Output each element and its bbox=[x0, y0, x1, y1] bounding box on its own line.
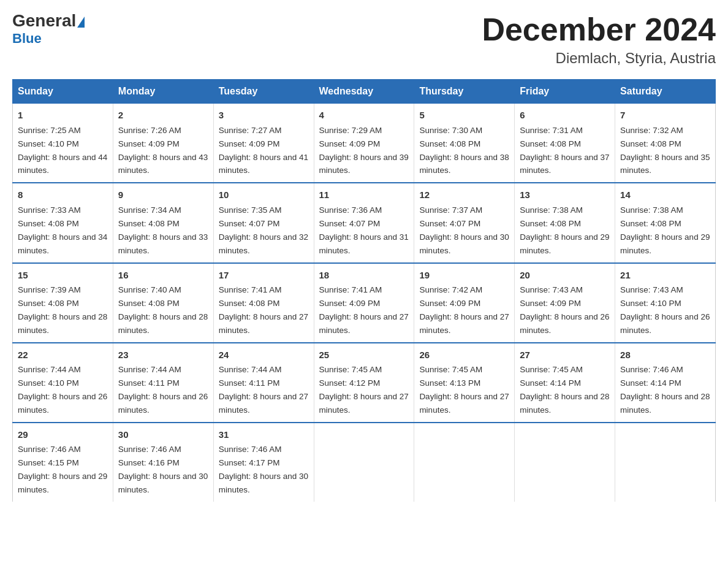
day-info: Sunrise: 7:46 AMSunset: 4:15 PMDaylight:… bbox=[18, 445, 107, 494]
calendar-week-row: 29 Sunrise: 7:46 AMSunset: 4:15 PMDaylig… bbox=[13, 423, 716, 502]
table-cell: 30 Sunrise: 7:46 AMSunset: 4:16 PMDaylig… bbox=[113, 423, 213, 502]
day-number: 19 bbox=[419, 269, 509, 283]
table-cell bbox=[414, 423, 515, 502]
calendar-week-row: 1 Sunrise: 7:25 AMSunset: 4:10 PMDayligh… bbox=[13, 104, 716, 183]
day-info: Sunrise: 7:41 AMSunset: 4:09 PMDaylight:… bbox=[319, 285, 409, 335]
table-cell: 27 Sunrise: 7:45 AMSunset: 4:14 PMDaylig… bbox=[515, 343, 615, 423]
table-cell: 19 Sunrise: 7:42 AMSunset: 4:09 PMDaylig… bbox=[414, 263, 515, 343]
day-number: 6 bbox=[520, 109, 610, 123]
title-block: December 2024 Diemlach, Styria, Austria bbox=[482, 12, 716, 67]
logo-triangle-icon bbox=[77, 17, 85, 28]
day-info: Sunrise: 7:36 AMSunset: 4:07 PMDaylight:… bbox=[319, 205, 409, 255]
table-cell bbox=[314, 423, 414, 502]
table-cell: 9 Sunrise: 7:34 AMSunset: 4:08 PMDayligh… bbox=[113, 183, 213, 262]
table-cell: 11 Sunrise: 7:36 AMSunset: 4:07 PMDaylig… bbox=[314, 183, 414, 262]
header-saturday: Saturday bbox=[615, 80, 716, 104]
day-info: Sunrise: 7:41 AMSunset: 4:08 PMDaylight:… bbox=[219, 285, 308, 335]
table-cell bbox=[515, 423, 615, 502]
table-cell: 16 Sunrise: 7:40 AMSunset: 4:08 PMDaylig… bbox=[113, 263, 213, 343]
day-info: Sunrise: 7:39 AMSunset: 4:08 PMDaylight:… bbox=[18, 285, 107, 335]
page-header: General Blue December 2024 Diemlach, Sty… bbox=[12, 12, 716, 67]
table-cell: 28 Sunrise: 7:46 AMSunset: 4:14 PMDaylig… bbox=[615, 343, 716, 423]
day-number: 24 bbox=[219, 348, 309, 362]
table-cell: 2 Sunrise: 7:26 AMSunset: 4:09 PMDayligh… bbox=[113, 104, 213, 183]
logo: General Blue bbox=[12, 12, 85, 47]
page-title: December 2024 bbox=[482, 12, 716, 47]
day-info: Sunrise: 7:25 AMSunset: 4:10 PMDaylight:… bbox=[18, 126, 107, 175]
table-cell: 14 Sunrise: 7:38 AMSunset: 4:08 PMDaylig… bbox=[615, 183, 716, 262]
day-info: Sunrise: 7:38 AMSunset: 4:08 PMDaylight:… bbox=[520, 205, 609, 255]
table-cell bbox=[615, 423, 716, 502]
table-cell: 22 Sunrise: 7:44 AMSunset: 4:10 PMDaylig… bbox=[13, 343, 113, 423]
day-info: Sunrise: 7:44 AMSunset: 4:11 PMDaylight:… bbox=[219, 365, 308, 415]
calendar-table: Sunday Monday Tuesday Wednesday Thursday… bbox=[12, 79, 716, 502]
day-info: Sunrise: 7:37 AMSunset: 4:07 PMDaylight:… bbox=[419, 205, 509, 255]
table-cell: 26 Sunrise: 7:45 AMSunset: 4:13 PMDaylig… bbox=[414, 343, 515, 423]
day-number: 12 bbox=[419, 188, 509, 202]
day-info: Sunrise: 7:43 AMSunset: 4:09 PMDaylight:… bbox=[520, 285, 609, 335]
day-info: Sunrise: 7:46 AMSunset: 4:16 PMDaylight:… bbox=[118, 445, 208, 494]
table-cell: 20 Sunrise: 7:43 AMSunset: 4:09 PMDaylig… bbox=[515, 263, 615, 343]
day-info: Sunrise: 7:27 AMSunset: 4:09 PMDaylight:… bbox=[219, 126, 308, 175]
day-number: 3 bbox=[219, 109, 309, 123]
day-number: 1 bbox=[18, 109, 108, 123]
day-number: 27 bbox=[520, 348, 610, 362]
day-info: Sunrise: 7:43 AMSunset: 4:10 PMDaylight:… bbox=[620, 285, 710, 335]
day-number: 10 bbox=[219, 188, 309, 202]
day-number: 28 bbox=[620, 348, 710, 362]
logo-top: General bbox=[12, 12, 85, 29]
day-number: 5 bbox=[419, 109, 509, 123]
table-cell: 18 Sunrise: 7:41 AMSunset: 4:09 PMDaylig… bbox=[314, 263, 414, 343]
day-info: Sunrise: 7:32 AMSunset: 4:08 PMDaylight:… bbox=[620, 126, 710, 175]
table-cell: 6 Sunrise: 7:31 AMSunset: 4:08 PMDayligh… bbox=[515, 104, 615, 183]
table-cell: 17 Sunrise: 7:41 AMSunset: 4:08 PMDaylig… bbox=[213, 263, 314, 343]
table-cell: 21 Sunrise: 7:43 AMSunset: 4:10 PMDaylig… bbox=[615, 263, 716, 343]
day-info: Sunrise: 7:35 AMSunset: 4:07 PMDaylight:… bbox=[219, 205, 308, 255]
table-cell: 23 Sunrise: 7:44 AMSunset: 4:11 PMDaylig… bbox=[113, 343, 213, 423]
header-monday: Monday bbox=[113, 80, 213, 104]
day-number: 16 bbox=[118, 269, 208, 283]
table-cell: 3 Sunrise: 7:27 AMSunset: 4:09 PMDayligh… bbox=[213, 104, 314, 183]
table-cell: 12 Sunrise: 7:37 AMSunset: 4:07 PMDaylig… bbox=[414, 183, 515, 262]
day-info: Sunrise: 7:44 AMSunset: 4:10 PMDaylight:… bbox=[18, 365, 107, 415]
day-number: 26 bbox=[419, 348, 509, 362]
header-wednesday: Wednesday bbox=[314, 80, 414, 104]
day-number: 2 bbox=[118, 109, 208, 123]
calendar-week-row: 15 Sunrise: 7:39 AMSunset: 4:08 PMDaylig… bbox=[13, 263, 716, 343]
day-info: Sunrise: 7:31 AMSunset: 4:08 PMDaylight:… bbox=[520, 126, 609, 175]
day-info: Sunrise: 7:29 AMSunset: 4:09 PMDaylight:… bbox=[319, 126, 409, 175]
day-number: 29 bbox=[18, 428, 108, 442]
day-number: 31 bbox=[219, 428, 309, 442]
header-friday: Friday bbox=[515, 80, 615, 104]
day-number: 21 bbox=[620, 269, 710, 283]
table-cell: 5 Sunrise: 7:30 AMSunset: 4:08 PMDayligh… bbox=[414, 104, 515, 183]
header-sunday: Sunday bbox=[13, 80, 113, 104]
table-cell: 31 Sunrise: 7:46 AMSunset: 4:17 PMDaylig… bbox=[213, 423, 314, 502]
day-info: Sunrise: 7:30 AMSunset: 4:08 PMDaylight:… bbox=[419, 126, 509, 175]
day-number: 8 bbox=[18, 188, 108, 202]
day-number: 15 bbox=[18, 269, 108, 283]
day-number: 30 bbox=[118, 428, 208, 442]
day-info: Sunrise: 7:34 AMSunset: 4:08 PMDaylight:… bbox=[118, 205, 208, 255]
header-thursday: Thursday bbox=[414, 80, 515, 104]
day-info: Sunrise: 7:46 AMSunset: 4:17 PMDaylight:… bbox=[219, 445, 308, 494]
day-number: 23 bbox=[118, 348, 208, 362]
table-cell: 25 Sunrise: 7:45 AMSunset: 4:12 PMDaylig… bbox=[314, 343, 414, 423]
table-cell: 4 Sunrise: 7:29 AMSunset: 4:09 PMDayligh… bbox=[314, 104, 414, 183]
day-info: Sunrise: 7:46 AMSunset: 4:14 PMDaylight:… bbox=[620, 365, 710, 415]
table-cell: 24 Sunrise: 7:44 AMSunset: 4:11 PMDaylig… bbox=[213, 343, 314, 423]
table-cell: 13 Sunrise: 7:38 AMSunset: 4:08 PMDaylig… bbox=[515, 183, 615, 262]
day-number: 22 bbox=[18, 348, 108, 362]
day-number: 18 bbox=[319, 269, 409, 283]
day-number: 17 bbox=[219, 269, 309, 283]
table-cell: 15 Sunrise: 7:39 AMSunset: 4:08 PMDaylig… bbox=[13, 263, 113, 343]
day-number: 11 bbox=[319, 188, 409, 202]
day-number: 7 bbox=[620, 109, 710, 123]
day-number: 4 bbox=[319, 109, 409, 123]
day-info: Sunrise: 7:42 AMSunset: 4:09 PMDaylight:… bbox=[419, 285, 509, 335]
table-cell: 1 Sunrise: 7:25 AMSunset: 4:10 PMDayligh… bbox=[13, 104, 113, 183]
logo-bottom: Blue bbox=[12, 31, 42, 47]
day-number: 13 bbox=[520, 188, 610, 202]
day-info: Sunrise: 7:45 AMSunset: 4:14 PMDaylight:… bbox=[520, 365, 609, 415]
table-cell: 29 Sunrise: 7:46 AMSunset: 4:15 PMDaylig… bbox=[13, 423, 113, 502]
